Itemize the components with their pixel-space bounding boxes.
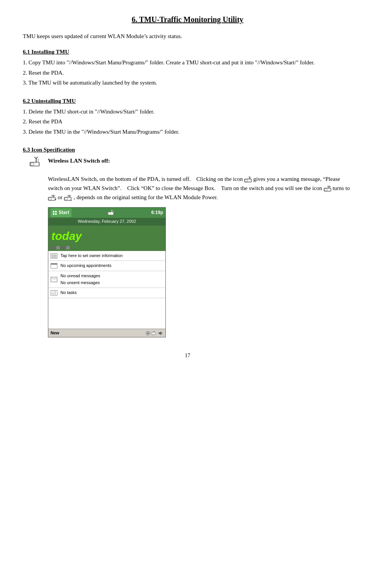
- pda-dots-row: [51, 246, 162, 251]
- svg-rect-46: [52, 291, 56, 295]
- calendar-icon: [51, 263, 57, 268]
- envelope-icon: [51, 278, 57, 281]
- pda-bottombar: New: [48, 329, 165, 337]
- svg-line-27: [68, 195, 69, 195]
- pda-start-button[interactable]: Start: [51, 208, 72, 217]
- svg-line-40: [52, 254, 53, 255]
- pda-taskbar: Start ! 6:19p: [48, 208, 165, 218]
- pda-body: Tap here to set owner information No upc…: [48, 251, 165, 298]
- owner-text: Tap here to set owner information: [60, 252, 122, 259]
- start-label: Start: [59, 210, 69, 215]
- svg-rect-29: [53, 211, 54, 213]
- volume-icon: [158, 331, 163, 336]
- mail-icon: [51, 277, 57, 282]
- description-or: turns to: [332, 185, 350, 191]
- pda-row-messages: No unread messages No unsent messages: [48, 271, 165, 288]
- section-62-item-3: 3. Delete the TMU in the "//Windows/Star…: [23, 128, 352, 136]
- section-62-heading: 6.2 Uninstalling TMU: [23, 98, 352, 104]
- notification-icon: [146, 331, 150, 336]
- pda-today-text: today: [51, 227, 162, 245]
- wlan-status-icon: [151, 331, 157, 336]
- dot-1: [51, 246, 55, 249]
- svg-rect-32: [55, 213, 57, 215]
- dot-2: [56, 246, 60, 249]
- dot-4: [66, 246, 70, 249]
- svg-text:!: !: [113, 210, 114, 213]
- section-61-item-1: 1. Copy TMU into "//Windows/Start Manu/P…: [23, 58, 352, 67]
- pda-spacer: [48, 298, 165, 329]
- svg-point-48: [147, 332, 149, 334]
- taskbar-tmu-icon: !: [108, 210, 115, 216]
- icon-description: Wireless LAN Switch off: WirelessLAN Swi…: [48, 156, 352, 337]
- svg-text:!: !: [38, 158, 39, 162]
- tasks-text: No tasks: [60, 289, 77, 296]
- icon-label: Wireless LAN Switch off:: [48, 158, 110, 164]
- inline-wlan-icon-2: [324, 186, 331, 192]
- checkbox-icon: [52, 291, 56, 295]
- icon-section: ! Wireless LAN Switch off: WirelessLAN S…: [23, 156, 352, 337]
- pda-row-tasks: No tasks: [48, 288, 165, 298]
- pda-row-calendar: No upcoming appointments: [48, 261, 165, 271]
- pda-screenshot: Start ! 6:19p Wednesday, February 27, 20…: [48, 207, 166, 337]
- inline-wlan-icon-1: !: [244, 177, 252, 183]
- section-63: 6.3 Icon Specification ! Wireless LAN Sw…: [23, 147, 352, 337]
- messages-text: No unread messages No unsent messages: [60, 273, 100, 286]
- svg-line-37: [111, 210, 112, 211]
- inline-wlan-icon-4: z: [64, 195, 72, 201]
- svg-rect-0: [30, 162, 39, 166]
- section-62-item-1: 1. Delete the TMU short-cut in "//Window…: [23, 107, 352, 116]
- svg-line-26: [69, 195, 71, 195]
- dot-3: [61, 246, 65, 249]
- icon-cell: !: [23, 156, 42, 167]
- svg-rect-30: [55, 211, 57, 213]
- svg-text:!: !: [250, 177, 251, 179]
- pda-new-label[interactable]: New: [51, 330, 59, 337]
- section-63-heading: 6.3 Icon Specification: [23, 147, 352, 153]
- section-62-item-2: 2. Reset the PDA: [23, 117, 352, 126]
- section-61-item-2: 2. Reset the PDA.: [23, 69, 352, 77]
- svg-rect-31: [53, 213, 54, 215]
- svg-line-21: [52, 195, 53, 195]
- person-icon: [52, 254, 56, 258]
- section-62: 6.2 Uninstalling TMU 1. Delete the TMU s…: [23, 98, 352, 136]
- taskbar-time: 6:19p: [151, 209, 163, 216]
- svg-text:z: z: [71, 199, 72, 201]
- section-61: 6.1 Installing TMU 1. Copy TMU into "//W…: [23, 49, 352, 87]
- description-part-1: WirelessLAN Switch, on the bottom of the…: [48, 176, 244, 182]
- svg-rect-39: [52, 255, 56, 258]
- svg-line-16: [327, 186, 329, 186]
- svg-line-36: [112, 210, 113, 211]
- owner-icon: [51, 253, 57, 259]
- section-61-heading: 6.1 Installing TMU: [23, 49, 352, 55]
- pda-today-area: today: [48, 225, 165, 251]
- svg-line-41: [55, 254, 56, 255]
- pda-bottom-icons: [146, 331, 163, 336]
- svg-text:✗: ✗: [55, 198, 56, 201]
- svg-line-4: [34, 157, 36, 158]
- start-icon: [53, 211, 57, 215]
- pda-row-owner: Tap here to set owner information: [48, 251, 165, 261]
- page-number: 17: [23, 353, 352, 359]
- task-icon: [51, 290, 57, 296]
- inline-wlan-icon-3: ✗: [48, 195, 56, 201]
- svg-line-15: [329, 186, 331, 186]
- wlan-switch-off-icon: !: [29, 157, 40, 167]
- section-61-item-3: 3. The TMU will be automatically launche…: [23, 78, 352, 87]
- pda-date: Wednesday, February 27, 2002: [48, 218, 165, 225]
- description-part-end: , depends on the original setting for th…: [74, 194, 218, 200]
- intro-text: TMU keeps users updated of current WLAN …: [23, 33, 352, 40]
- svg-line-10: [248, 177, 249, 177]
- calendar-text: No upcoming appointments: [60, 262, 111, 269]
- page-title: 6. TMU-Traffic Monitoring Utility: [23, 15, 352, 24]
- svg-marker-54: [159, 331, 161, 335]
- svg-line-20: [53, 195, 55, 195]
- description-or-text: or: [58, 194, 64, 200]
